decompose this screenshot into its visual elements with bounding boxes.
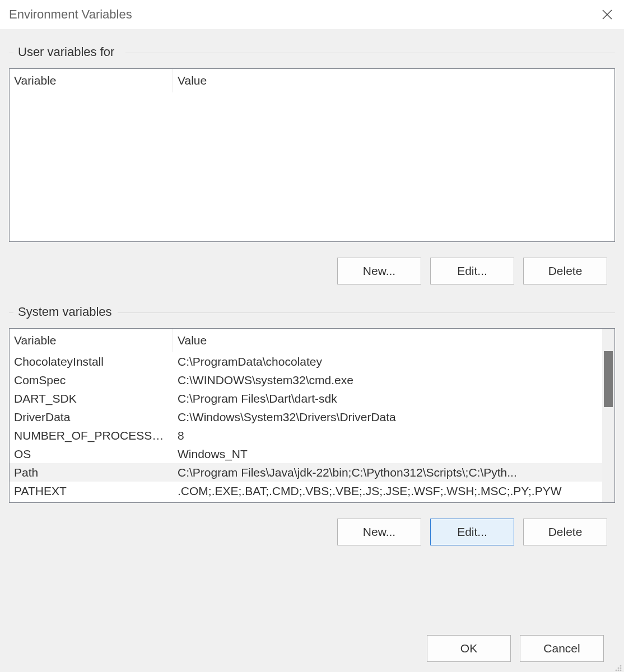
system-edit-button[interactable]: Edit... <box>430 519 514 545</box>
cancel-button[interactable]: Cancel <box>520 635 604 662</box>
system-variables-list[interactable]: Variable Value ChocolateyInstallC:\Progr… <box>9 328 615 503</box>
user-delete-button[interactable]: Delete <box>523 258 607 284</box>
system-variables-group: System variables Variable Value Chocolat… <box>9 305 615 545</box>
column-header-value[interactable]: Value <box>173 329 614 352</box>
user-list-header: Variable Value <box>10 69 614 92</box>
svg-point-4 <box>620 668 621 669</box>
titlebar: Environment Variables <box>0 0 624 29</box>
column-header-variable[interactable]: Variable <box>10 69 173 92</box>
environment-variables-dialog: Environment Variables User variables for… <box>0 0 624 672</box>
column-header-variable[interactable]: Variable <box>10 329 173 352</box>
cell-variable: DART_SDK <box>10 392 173 405</box>
user-new-button[interactable]: New... <box>337 258 421 284</box>
system-list-header: Variable Value <box>10 329 614 352</box>
cell-value: C:\Program Files\Java\jdk-22\bin;C:\Pyth… <box>173 466 614 479</box>
user-edit-button[interactable]: Edit... <box>430 258 514 284</box>
user-rows <box>10 92 614 241</box>
user-variables-legend: User variables for <box>16 45 117 59</box>
table-row[interactable]: ComSpecC:\WINDOWS\system32\cmd.exe <box>10 371 614 389</box>
cell-variable: NUMBER_OF_PROCESSORS <box>10 429 173 442</box>
system-new-button[interactable]: New... <box>337 519 421 545</box>
ok-button[interactable]: OK <box>427 635 511 662</box>
system-rows: ChocolateyInstallC:\ProgramData\chocolat… <box>10 352 614 502</box>
svg-point-5 <box>616 670 617 671</box>
cell-variable: PATHEXT <box>10 484 173 498</box>
cell-variable: OS <box>10 447 173 461</box>
user-variables-list[interactable]: Variable Value <box>9 68 615 242</box>
cell-variable: ComSpec <box>10 374 173 387</box>
table-row[interactable]: OSWindows_NT <box>10 445 614 463</box>
cell-value: C:\Windows\System32\Drivers\DriverData <box>173 410 614 424</box>
svg-point-7 <box>620 670 621 671</box>
table-row[interactable]: DART_SDKC:\Program Files\Dart\dart-sdk <box>10 389 614 408</box>
vertical-scrollbar[interactable] <box>602 329 614 502</box>
cell-value: 8 <box>173 429 614 442</box>
resize-grip[interactable] <box>613 661 622 670</box>
cell-value: C:\Program Files\Dart\dart-sdk <box>173 392 614 405</box>
cell-value: Windows_NT <box>173 447 614 461</box>
system-variables-legend: System variables <box>16 305 114 319</box>
table-row[interactable]: ChocolateyInstallC:\ProgramData\chocolat… <box>10 352 614 371</box>
close-icon <box>602 9 613 20</box>
column-header-value[interactable]: Value <box>173 69 614 92</box>
cell-variable: Path <box>10 466 173 479</box>
svg-point-2 <box>620 665 621 666</box>
system-buttons: New... Edit... Delete <box>9 519 615 545</box>
scrollbar-thumb[interactable] <box>604 351 613 407</box>
cell-value: C:\ProgramData\chocolatey <box>173 355 614 368</box>
table-row[interactable]: DriverDataC:\Windows\System32\Drivers\Dr… <box>10 408 614 426</box>
dialog-title: Environment Variables <box>9 7 132 22</box>
system-delete-button[interactable]: Delete <box>523 519 607 545</box>
svg-point-3 <box>618 668 619 669</box>
user-buttons: New... Edit... Delete <box>9 258 615 284</box>
table-row[interactable]: PathC:\Program Files\Java\jdk-22\bin;C:\… <box>10 463 614 482</box>
table-row[interactable]: PATHEXT.COM;.EXE;.BAT;.CMD;.VBS;.VBE;.JS… <box>10 482 614 500</box>
cell-value: C:\WINDOWS\system32\cmd.exe <box>173 374 614 387</box>
svg-point-6 <box>618 670 619 671</box>
cell-value: .COM;.EXE;.BAT;.CMD;.VBS;.VBE;.JS;.JSE;.… <box>173 484 614 498</box>
close-button[interactable] <box>596 3 618 26</box>
table-row[interactable]: NUMBER_OF_PROCESSORS8 <box>10 426 614 445</box>
cell-variable: DriverData <box>10 410 173 424</box>
dialog-footer: OK Cancel <box>0 625 624 672</box>
user-variables-group: User variables for Variable Value New...… <box>9 45 615 284</box>
cell-variable: ChocolateyInstall <box>10 355 173 368</box>
